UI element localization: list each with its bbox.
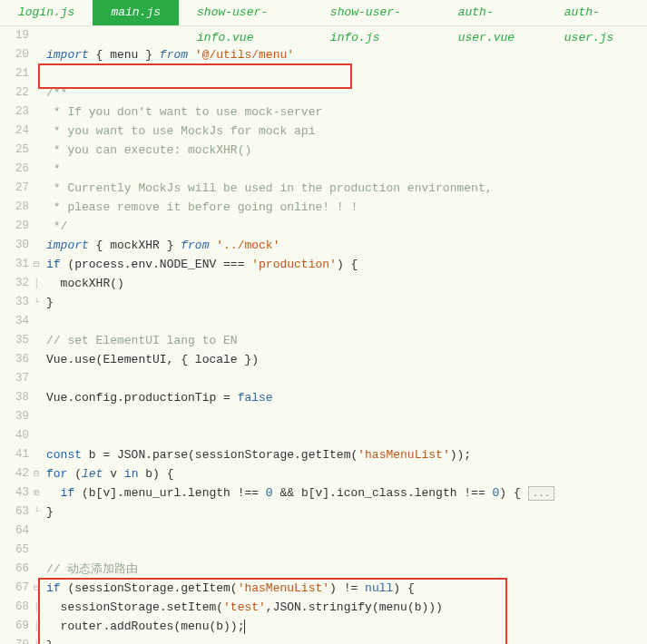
line-number: 65 [0,541,33,560]
code-line[interactable]: 64 [0,522,647,541]
code-line[interactable]: 65 [0,541,647,560]
tab-login-js[interactable]: login.js [0,0,93,25]
code-line[interactable]: 69│ router.addRoutes(menu(b)); [0,617,647,636]
text-cursor [244,620,245,634]
code-source[interactable]: * please remove it before going online! … [44,198,358,217]
fold-gutter-icon[interactable]: ⊟ [33,579,44,598]
token-op: (b[v].menu_url.length !== [74,486,266,500]
code-line[interactable]: 24 * you want to use MockJs for mock api [0,122,647,141]
fold-gutter-icon: └ [33,636,44,644]
code-line[interactable]: 26 * [0,160,647,179]
code-source[interactable]: } [44,503,54,522]
code-line[interactable]: 43⊞ if (b[v].menu_url.length !== 0 && b[… [0,483,647,503]
code-source[interactable]: mockXHR() [44,274,124,293]
code-line[interactable]: 38Vue.config.productionTip = false [0,388,647,407]
code-source[interactable]: * [44,160,61,179]
code-line[interactable]: 70└} [0,636,647,644]
code-line[interactable]: 63└} [0,503,647,522]
line-number: 20 [0,45,33,64]
code-source[interactable]: import { mockXHR } from '../mock' [44,236,279,255]
code-line[interactable]: 28 * please remove it before going onlin… [0,198,647,217]
code-source[interactable]: const b = JSON.parse(sessionStorage.getI… [44,445,471,464]
code-line[interactable]: 21 [0,64,647,83]
token-op: } [46,296,54,309]
token-cmt: * If you don't want to use mock-server [46,105,322,119]
line-number: 24 [0,122,33,141]
code-source[interactable]: for (let v in b) { [44,464,173,483]
code-line[interactable]: 66// 动态添加路由 [0,560,647,579]
tab-show-user-info-js[interactable]: show-user-info.js [312,0,440,25]
code-source[interactable]: /** [44,83,67,102]
code-source[interactable]: * If you don't want to use mock-server [44,102,322,122]
code-source[interactable]: if (process.env.NODE_ENV === 'production… [44,255,358,274]
token-kw: import [46,239,89,252]
token-kw2: for [46,467,67,481]
fold-gutter-icon: │ [33,598,44,617]
code-line[interactable]: 41const b = JSON.parse(sessionStorage.ge… [0,445,647,464]
code-source[interactable]: Vue.config.productionTip = false [44,388,273,407]
code-line[interactable]: 33└} [0,293,647,312]
code-source[interactable]: */ [44,217,67,236]
code-line[interactable]: 34 [0,312,647,331]
code-line[interactable]: 68│ sessionStorage.setItem('test',JSON.s… [0,598,647,617]
code-line[interactable]: 42⊟for (let v in b) { [0,464,647,483]
code-source[interactable]: } [44,293,54,312]
code-line[interactable]: 36Vue.use(ElementUI, { locale }) [0,350,647,369]
code-line[interactable]: 31⊟if (process.env.NODE_ENV === 'product… [0,255,647,274]
line-number: 69 [0,617,33,636]
tab-show-user-info-vue[interactable]: show-user-info.vue [179,0,312,25]
token-lit: 0 [266,486,273,500]
code-source[interactable]: * you can execute: mockXHR() [44,141,251,160]
token-op: && b[v].icon_class.length !== [273,486,493,500]
code-line[interactable]: 20import { menu } from '@/utils/menu' [0,45,647,64]
token-op: { mockXHR } [89,239,181,252]
code-line[interactable]: 39 [0,407,647,426]
code-source[interactable]: * you want to use MockJs for mock api [44,122,315,141]
code-line[interactable]: 23 * If you don't want to use mock-serve… [0,102,647,122]
code-source[interactable]: // set ElementUI lang to EN [44,331,238,350]
code-line[interactable]: 37 [0,369,647,388]
line-number: 41 [0,445,33,464]
token-op: ) != [329,581,365,595]
token-op: router.addRoutes(menu(b)); [46,620,244,633]
fold-gutter-icon[interactable]: ⊟ [33,464,44,483]
code-source[interactable]: if (sessionStorage.getItem('hasMenuList'… [44,579,415,598]
code-source[interactable]: if (b[v].menu_url.length !== 0 && b[v].i… [44,483,554,503]
tab-auth-user-vue[interactable]: auth-user.vue [440,0,546,25]
code-line[interactable]: 22/** [0,83,647,102]
line-number: 68 [0,598,33,617]
code-source[interactable]: // 动态添加路由 [44,560,138,579]
fold-gutter-icon[interactable]: ⊞ [33,483,44,503]
fold-gutter-icon[interactable]: ⊟ [33,255,44,274]
token-op: Vue.config.productionTip = [46,391,238,405]
code-source[interactable]: import { menu } from '@/utils/menu' [44,45,294,64]
tab-auth-user-js[interactable]: auth-user.js [546,0,647,25]
tab-bar: login.jsmain.jsshow-user-info.vueshow-us… [0,0,647,26]
code-line[interactable]: 29 */ [0,217,647,236]
code-line[interactable]: 30import { mockXHR } from '../mock' [0,236,647,255]
line-number: 42 [0,464,33,483]
code-source[interactable]: sessionStorage.setItem('test',JSON.strin… [44,598,443,617]
fold-ellipsis[interactable]: ... [528,486,555,501]
code-line[interactable]: 25 * you can execute: mockXHR() [0,141,647,160]
token-op: } [46,639,54,644]
line-number: 30 [0,236,33,255]
code-line[interactable]: 35// set ElementUI lang to EN [0,331,647,350]
code-line[interactable]: 40 [0,426,647,445]
code-area[interactable]: 1920import { menu } from '@/utils/menu'2… [0,26,647,644]
line-number: 39 [0,407,33,426]
token-op: (sessionStorage.getItem( [61,581,238,595]
code-line[interactable]: 32│ mockXHR() [0,274,647,293]
token-kw2: in [124,467,139,481]
code-source[interactable]: * Currently MockJs will be used in the p… [44,179,492,198]
tab-main-js[interactable]: main.js [93,0,179,25]
code-source[interactable]: router.addRoutes(menu(b)); [44,617,245,636]
line-number: 19 [0,26,33,45]
code-line[interactable]: 27 * Currently MockJs will be used in th… [0,179,647,198]
line-number: 27 [0,179,33,198]
line-number: 64 [0,522,33,541]
code-line[interactable]: 67⊟if (sessionStorage.getItem('hasMenuLi… [0,579,647,598]
code-source[interactable]: Vue.use(ElementUI, { locale }) [44,350,259,369]
code-line[interactable]: 19 [0,26,647,45]
code-source[interactable]: } [44,636,54,644]
